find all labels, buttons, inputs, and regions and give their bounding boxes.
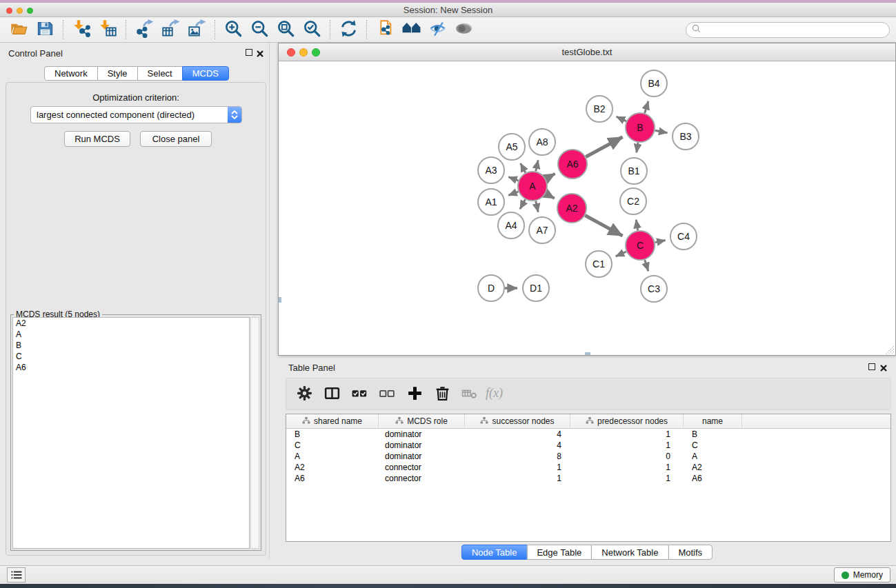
graph-node-B3[interactable]: B3 xyxy=(673,123,699,150)
table-row-C[interactable]: Cdominator41C xyxy=(286,440,890,451)
cell[interactable]: dominator xyxy=(379,429,465,440)
close-panel-button[interactable]: Close panel xyxy=(140,131,212,147)
frame-edge-handle[interactable] xyxy=(279,297,281,303)
import-network-button[interactable] xyxy=(68,19,94,41)
tab-motifs[interactable]: Motifs xyxy=(668,545,713,560)
cell[interactable]: connector xyxy=(379,462,465,473)
column-header-MCDS-role[interactable]: MCDS role xyxy=(379,414,465,428)
table-row-A6[interactable]: A6connector11A6 xyxy=(286,473,890,484)
edge-A-A4[interactable] xyxy=(520,199,526,209)
graph-node-C2[interactable]: C2 xyxy=(620,188,646,214)
column-header-shared-name[interactable]: shared name xyxy=(286,414,379,428)
graph-node-C1[interactable]: C1 xyxy=(586,251,612,277)
cell[interactable]: 0 xyxy=(570,451,684,462)
cell[interactable]: 1 xyxy=(465,473,570,484)
cell[interactable]: A xyxy=(286,451,379,462)
mcds-result-item[interactable]: A6 xyxy=(13,362,249,373)
mcds-result-item[interactable]: C xyxy=(13,351,249,362)
edge-C-C1[interactable] xyxy=(616,252,626,256)
save-session-button[interactable] xyxy=(32,19,58,41)
mcds-result-item[interactable]: A xyxy=(13,329,249,340)
export-network-button[interactable] xyxy=(131,19,157,41)
deselect-all-button[interactable] xyxy=(375,382,399,407)
cell[interactable]: A xyxy=(684,451,742,462)
mcds-result-item[interactable]: B xyxy=(13,340,249,351)
graph-node-A4[interactable]: A4 xyxy=(498,212,524,239)
graph-node-B2[interactable]: B2 xyxy=(586,96,613,122)
edge-B-B1[interactable] xyxy=(637,143,638,153)
graph-node-B1[interactable]: B1 xyxy=(621,158,647,184)
float-panel-icon[interactable] xyxy=(246,49,252,56)
graph-node-A7[interactable]: A7 xyxy=(529,217,555,243)
split-table-button[interactable] xyxy=(319,382,344,407)
edge-A-A1[interactable] xyxy=(508,192,518,195)
home-view-button[interactable] xyxy=(398,19,424,41)
open-session-button[interactable] xyxy=(6,19,32,41)
graph-node-A5[interactable]: A5 xyxy=(499,134,525,160)
import-table-button[interactable] xyxy=(94,19,121,41)
cell[interactable]: 1 xyxy=(570,473,684,484)
zoom-selected-button[interactable] xyxy=(299,19,325,41)
mcds-result-item[interactable]: A2 xyxy=(13,318,249,329)
tab-edge-table[interactable]: Edge Table xyxy=(526,545,592,560)
cell[interactable]: A6 xyxy=(286,473,379,484)
graph-node-A3[interactable]: A3 xyxy=(478,157,504,183)
table-row-A2[interactable]: A2connector11A2 xyxy=(286,462,890,473)
task-history-button[interactable] xyxy=(7,567,26,582)
tab-select[interactable]: Select xyxy=(137,66,183,81)
cell[interactable]: A2 xyxy=(286,462,379,473)
cell[interactable]: 1 xyxy=(570,462,684,473)
graph-node-B[interactable]: B xyxy=(626,113,655,142)
edge-A-A8[interactable] xyxy=(536,160,539,171)
zoom-out-button[interactable] xyxy=(246,19,272,41)
edge-A-A6[interactable] xyxy=(546,174,555,179)
cell[interactable]: 4 xyxy=(465,429,570,440)
tab-network-table[interactable]: Network Table xyxy=(591,545,668,560)
cell[interactable]: 4 xyxy=(465,440,570,451)
graph-node-D[interactable]: D xyxy=(478,275,504,301)
cell[interactable]: B xyxy=(684,429,742,440)
graph-node-A2[interactable]: A2 xyxy=(557,194,586,223)
edge-B-B4[interactable] xyxy=(645,101,648,113)
tab-mcds[interactable]: MCDS xyxy=(182,66,229,81)
column-header-name[interactable]: name xyxy=(684,414,742,428)
run-mcds-button[interactable]: Run MCDS xyxy=(64,131,130,147)
table-float-panel-icon[interactable] xyxy=(868,363,875,370)
zoom-fit-button[interactable] xyxy=(272,19,299,41)
cell[interactable]: dominator xyxy=(379,440,465,451)
column-header-successor-nodes[interactable]: successor nodes xyxy=(465,414,570,428)
edge-C-C4[interactable] xyxy=(655,241,666,243)
graph-node-C4[interactable]: C4 xyxy=(670,223,697,250)
column-header-predecessor-nodes[interactable]: predecessor nodes xyxy=(570,414,684,428)
graph-node-C[interactable]: C xyxy=(626,231,655,260)
duplicate-network-button[interactable] xyxy=(372,19,398,41)
edge-A6-B[interactable] xyxy=(586,137,622,157)
result-list-scrollbar[interactable] xyxy=(250,317,259,549)
cell[interactable]: 1 xyxy=(570,440,684,451)
search-field[interactable] xyxy=(686,22,890,38)
zoom-in-button[interactable] xyxy=(220,19,246,41)
window-resize-grip[interactable] xyxy=(886,345,895,354)
table-close-panel-icon[interactable] xyxy=(879,363,888,371)
export-table-button[interactable] xyxy=(157,19,183,41)
graph-node-D1[interactable]: D1 xyxy=(523,275,549,301)
tab-network[interactable]: Network xyxy=(44,66,98,81)
select-all-button[interactable] xyxy=(347,382,372,407)
table-settings-button[interactable] xyxy=(292,382,317,407)
tab-style[interactable]: Style xyxy=(97,66,138,81)
memory-button[interactable]: Memory xyxy=(834,567,890,582)
add-entry-button[interactable] xyxy=(402,382,427,407)
graph-node-B4[interactable]: B4 xyxy=(641,70,667,97)
table-row-B[interactable]: Bdominator41B xyxy=(286,429,890,440)
edge-A2-C[interactable] xyxy=(585,216,622,236)
table-row-A[interactable]: Adominator80A xyxy=(286,451,890,462)
network-window-titlebar[interactable]: testGlobe.txt xyxy=(279,43,895,61)
edge-B-B2[interactable] xyxy=(617,116,626,121)
search-input[interactable] xyxy=(703,24,889,37)
cell[interactable]: C xyxy=(286,440,379,451)
edge-B-B3[interactable] xyxy=(655,130,668,133)
graph-node-C3[interactable]: C3 xyxy=(641,276,667,302)
cell[interactable]: B xyxy=(286,429,379,440)
criterion-dropdown[interactable]: largest connected component (directed) xyxy=(30,106,242,123)
cell[interactable]: dominator xyxy=(379,451,465,462)
